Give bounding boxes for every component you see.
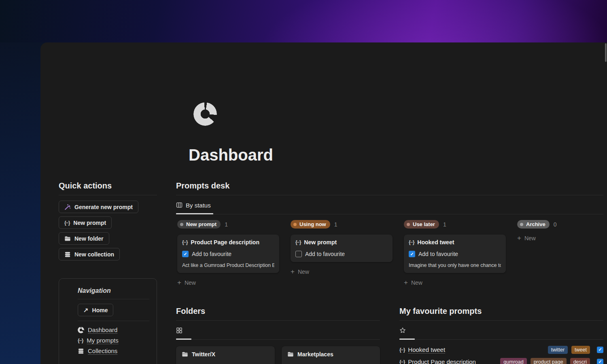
tab-by-status[interactable]: By status	[176, 199, 211, 211]
page-logo-icon[interactable]	[193, 102, 217, 126]
prompt-card[interactable]: {··} New prompt Add to favourite	[291, 235, 393, 262]
nav-link-label: My prompts	[87, 337, 118, 344]
folder-card-marketplaces[interactable]: Marketplaces	[282, 346, 380, 364]
tag[interactable]: descri	[570, 358, 590, 364]
favourite-row-hooked-tweet[interactable]: {··} Hooked tweet twitter tweet ✓	[399, 345, 603, 355]
prompt-card[interactable]: {··} Product Page description ✓ Add to f…	[177, 235, 279, 273]
tag[interactable]: tweet	[571, 346, 590, 354]
card-title: New prompt	[304, 239, 337, 245]
tag[interactable]: twitter	[548, 346, 568, 354]
active-tab-underline	[399, 339, 415, 340]
active-tab-underline	[176, 339, 191, 340]
status-label: Use later	[413, 221, 435, 227]
folder-name: Marketplaces	[297, 351, 333, 358]
generate-new-prompt-button[interactable]: Generate new prompt	[59, 201, 138, 213]
add-card-button[interactable]: + New	[177, 279, 196, 286]
folder-icon	[64, 235, 71, 242]
column-count: 1	[443, 221, 446, 228]
divider	[59, 195, 157, 195]
nav-link-my-prompts[interactable]: {··} My prompts	[78, 337, 149, 344]
card-snippet: Imagine that you only have one chance to…	[409, 262, 501, 268]
plus-icon: +	[517, 235, 521, 241]
tag[interactable]: product page	[531, 358, 567, 364]
new-label: New	[298, 269, 309, 275]
home-button[interactable]: ↗ Home	[78, 304, 113, 316]
tag[interactable]: gumroad	[500, 358, 526, 364]
column-count: 1	[334, 221, 337, 228]
nav-link-label: Dashboard	[88, 326, 117, 333]
plus-icon: +	[404, 280, 408, 286]
add-card-button[interactable]: + New	[517, 235, 536, 241]
nav-link-collections[interactable]: Collections	[78, 347, 149, 354]
prompt-braces-icon: {··}	[295, 239, 301, 245]
status-dot	[407, 223, 410, 226]
quick-actions-section: Quick actions Generate new prompt {··} N…	[59, 181, 157, 260]
favourite-label: Add to favourite	[418, 251, 458, 257]
status-dot	[520, 223, 523, 226]
favourite-checkbox-checked[interactable]: ✓	[597, 347, 603, 353]
favourite-checkbox-checked[interactable]: ✓	[597, 359, 603, 364]
favourite-checkbox-checked[interactable]: ✓	[409, 251, 415, 257]
folder-icon	[182, 351, 188, 358]
tab-starred[interactable]	[399, 325, 406, 336]
button-label: New folder	[74, 235, 104, 242]
prompt-card[interactable]: {··} Hooked tweet ✓ Add to favourite Ima…	[404, 235, 506, 273]
divider	[399, 320, 603, 321]
folder-icon	[287, 351, 294, 358]
prompt-braces-icon: {··}	[409, 239, 414, 245]
nav-link-dashboard[interactable]: Dashboard	[78, 326, 149, 333]
collection-stack-icon	[78, 348, 84, 354]
navigation-box: Navigation ↗ Home Dashboard {··} My prom…	[59, 278, 157, 364]
status-pill[interactable]: Archive	[517, 220, 550, 229]
plus-icon: +	[291, 269, 295, 275]
new-collection-button[interactable]: New collection	[59, 248, 120, 260]
dashboard-logo-icon	[78, 327, 84, 333]
active-tab-underline	[176, 213, 213, 214]
folder-card-twitter[interactable]: Twitter/X	[176, 346, 275, 364]
favourite-checkbox-checked[interactable]: ✓	[182, 251, 189, 257]
prompt-braces-icon: {··}	[399, 359, 405, 364]
card-snippet: Act like a Gumroad Product Description E…	[182, 262, 274, 268]
button-label: Generate new prompt	[74, 204, 133, 210]
prompt-braces-icon: {··}	[399, 347, 405, 353]
new-label: New	[185, 279, 196, 286]
folders-tabbar	[176, 325, 380, 340]
grid-view-icon	[176, 327, 183, 334]
status-pill[interactable]: New prompt	[177, 220, 221, 229]
kanban-column-new-prompt: New prompt 1 {··} Product Page descripti…	[177, 220, 279, 286]
prompt-braces-icon: {··}	[182, 239, 187, 245]
new-prompt-button[interactable]: {··} New prompt	[59, 216, 112, 229]
navigation-heading: Navigation	[78, 287, 149, 294]
check-icon: ✓	[598, 359, 602, 364]
nav-link-label: Collections	[88, 347, 117, 354]
favourite-label: Add to favourite	[305, 251, 345, 257]
status-label: New prompt	[186, 221, 216, 227]
status-pill[interactable]: Use later	[404, 220, 439, 229]
star-icon	[399, 327, 406, 334]
status-pill[interactable]: Using now	[291, 220, 330, 229]
cover-gradient	[0, 0, 607, 42]
folders-section: Folders Twitter/X	[176, 306, 380, 364]
column-count: 1	[225, 221, 228, 228]
new-folder-button[interactable]: New folder	[59, 232, 109, 245]
status-dot	[293, 223, 297, 226]
new-label: New	[411, 279, 422, 286]
favourite-title: Hooked tweet	[408, 346, 445, 353]
add-card-button[interactable]: + New	[404, 279, 422, 286]
prompt-braces-icon: {··}	[78, 338, 83, 343]
favourites-section: My favourite prompts {··} Hooked tweet t…	[399, 306, 603, 364]
tab-gallery-view[interactable]	[176, 325, 183, 336]
status-dot	[180, 223, 183, 226]
new-label: New	[524, 235, 536, 241]
kanban-column-using-now: Using now 1 {··} New prompt Add to favou…	[291, 220, 393, 275]
add-card-button[interactable]: + New	[291, 269, 309, 275]
status-label: Using now	[299, 221, 326, 227]
board-view-icon	[176, 202, 183, 208]
favourite-row-product-page-description[interactable]: {··} Product Page description gumroad pr…	[399, 357, 603, 364]
folder-name: Twitter/X	[192, 351, 215, 358]
scrollbar-thumb[interactable]	[605, 43, 607, 62]
favourite-checkbox-unchecked[interactable]	[295, 251, 302, 257]
divider	[176, 195, 603, 195]
button-label: Home	[92, 307, 108, 313]
plus-icon: +	[177, 280, 181, 286]
